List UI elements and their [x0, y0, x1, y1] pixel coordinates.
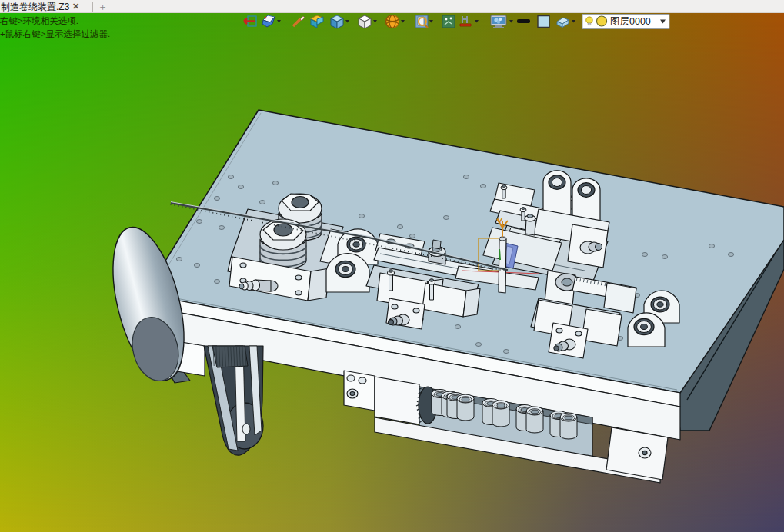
svg-text:Y: Y — [497, 217, 503, 226]
svg-text:图层0000: 图层0000 — [610, 16, 651, 27]
